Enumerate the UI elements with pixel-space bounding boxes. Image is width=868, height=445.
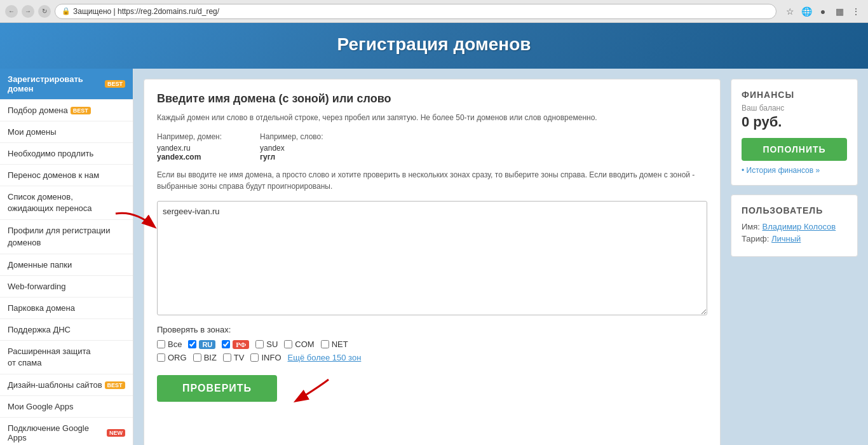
- bookmark-icon[interactable]: ☆: [783, 4, 797, 18]
- example-domain-val1: yandex.ru: [157, 144, 222, 153]
- sidebar: Зарегистрировать домен BEST Подбор домен…: [0, 69, 133, 445]
- examples-row: Например, домен: yandex.ru yandex.com На…: [157, 132, 707, 161]
- zone-info[interactable]: INFO: [250, 353, 281, 362]
- example-domain-col: Например, домен: yandex.ru yandex.com: [157, 132, 222, 161]
- secure-label: Защищено: [73, 7, 111, 16]
- sidebar-item-pending-list[interactable]: Список доменов, ожидающих переноса: [0, 186, 133, 220]
- zone-org[interactable]: ORG: [157, 353, 187, 362]
- zone-com[interactable]: COM: [284, 339, 314, 349]
- sidebar-item-google-apps-connect-label: Подключение Google Apps: [8, 423, 104, 442]
- example-word-val1: yandex: [260, 144, 323, 153]
- user-name-link[interactable]: Владимир Колосов: [763, 222, 836, 231]
- topup-button[interactable]: ПОПОЛНИТЬ: [742, 138, 847, 161]
- sidebar-item-pending-list-label2: ожидающих переноса: [8, 203, 125, 214]
- form-note: Если вы вводите не имя домена, а просто …: [157, 169, 707, 192]
- sidebar-item-google-apps-connect[interactable]: Подключение Google Apps NEW: [0, 418, 133, 445]
- badge-best-design: BEST: [105, 381, 125, 389]
- sidebar-item-profiles[interactable]: Профили для регистрации доменов: [0, 220, 133, 254]
- zone-all-label: Все: [168, 339, 182, 349]
- sidebar-item-dns[interactable]: Поддержка ДНС: [0, 319, 133, 341]
- sidebar-item-my-domains[interactable]: Мои домены: [0, 121, 133, 143]
- zone-tv-checkbox[interactable]: [223, 353, 231, 362]
- sidebar-item-parking[interactable]: Парковка домена: [0, 298, 133, 319]
- sidebar-item-folders[interactable]: Доменные папки: [0, 254, 133, 276]
- sidebar-item-pending-list-label1: Список доменов,: [8, 191, 125, 203]
- zone-net-checkbox[interactable]: [321, 340, 329, 348]
- globe-icon[interactable]: 🌐: [799, 4, 813, 18]
- balance-label: Ваш баланс: [742, 104, 847, 113]
- zone-org-label: ORG: [168, 353, 187, 362]
- zones-row-1: Все RU РФ SU: [157, 339, 707, 349]
- user-box: ПОЛЬЗОВАТЕЛЬ Имя: Владимир Колосов Тариф…: [731, 195, 858, 257]
- zone-tv-label: TV: [234, 353, 245, 362]
- zone-info-checkbox[interactable]: [250, 353, 259, 362]
- sidebar-item-spam-protect[interactable]: Расширенная защита от спама: [0, 341, 133, 374]
- zone-biz[interactable]: BIZ: [193, 353, 217, 362]
- zone-su-checkbox[interactable]: [255, 340, 264, 348]
- user-name-label: Имя:: [742, 222, 760, 231]
- site-header: Регистрация доменов: [0, 23, 868, 69]
- sidebar-item-register-domain-label: Зарегистрировать домен: [8, 74, 102, 93]
- zone-ru[interactable]: RU: [188, 340, 215, 349]
- zone-rf-checkbox[interactable]: [222, 340, 230, 348]
- submit-wrapper: ПРОВЕРИТЬ: [157, 366, 707, 402]
- forward-button[interactable]: →: [22, 5, 34, 18]
- page-title: Регистрация доменов: [0, 34, 868, 55]
- page-wrapper: Регистрация доменов Зарегистрировать дом…: [0, 23, 868, 445]
- form-area: Введите имя домена (с зоной) или слово К…: [144, 79, 721, 445]
- sidebar-item-spam-protect-label1: Расширенная защита: [8, 346, 125, 357]
- sidebar-item-google-apps[interactable]: Мои Google Apps: [0, 396, 133, 418]
- sidebar-item-webfwd[interactable]: Web-forwarding: [0, 276, 133, 298]
- zone-tv[interactable]: TV: [223, 353, 245, 362]
- user-tariff-link[interactable]: Личный: [771, 234, 801, 243]
- browser-icon-group: ☆ 🌐 ● ▦ ⋮: [783, 4, 863, 18]
- sidebar-item-profiles-label2: доменов: [8, 237, 125, 249]
- url-text: https://reg.2domains.ru/d_reg/: [118, 7, 219, 16]
- sidebar-item-transfer[interactable]: Перенос доменов к нам: [0, 165, 133, 186]
- zone-rf[interactable]: РФ: [222, 340, 249, 349]
- zone-all[interactable]: Все: [157, 339, 182, 349]
- example-word-val2: гугл: [260, 153, 323, 161]
- sidebar-item-parking-label: Парковка домена: [8, 303, 75, 313]
- zone-net[interactable]: NET: [321, 339, 348, 349]
- sidebar-item-renew-label: Необходимо продлить: [8, 149, 93, 158]
- ext-icon2[interactable]: ▦: [832, 4, 846, 18]
- sidebar-item-folders-label: Доменные папки: [8, 260, 72, 270]
- zone-all-checkbox[interactable]: [157, 340, 165, 348]
- zone-biz-checkbox[interactable]: [193, 353, 201, 362]
- zones-label: Проверять в зонах:: [157, 325, 707, 334]
- check-button[interactable]: ПРОВЕРИТЬ: [157, 375, 277, 402]
- sidebar-item-register-domain[interactable]: Зарегистрировать домен BEST: [0, 69, 133, 100]
- zone-ru-checkbox[interactable]: [188, 340, 196, 348]
- more-zones-link[interactable]: Ещё более 150 зон: [288, 353, 362, 362]
- zone-org-checkbox[interactable]: [157, 353, 165, 362]
- zone-net-label: NET: [332, 339, 348, 349]
- address-bar[interactable]: 🔒 Защищено | https://reg.2domains.ru/d_r…: [55, 4, 776, 19]
- main-content: Зарегистрировать домен BEST Подбор домен…: [0, 69, 868, 445]
- browser-chrome: ← → ↻ 🔒 Защищено | https://reg.2domains.…: [0, 0, 868, 23]
- zone-com-checkbox[interactable]: [284, 340, 292, 348]
- textarea-wrapper: sergeev-ivan.ru: [157, 201, 707, 317]
- zone-su[interactable]: SU: [255, 339, 278, 349]
- badge-new-google: NEW: [107, 429, 125, 437]
- ext-icon1[interactable]: ●: [816, 4, 830, 18]
- menu-icon[interactable]: ⋮: [849, 4, 863, 18]
- sidebar-item-renew[interactable]: Необходимо продлить: [0, 143, 133, 165]
- example-word-label: Например, слово:: [260, 132, 323, 141]
- sidebar-item-my-domains-label: Мои домены: [8, 127, 57, 137]
- zone-info-label: INFO: [261, 353, 281, 362]
- example-word-col: Например, слово: yandex гугл: [260, 132, 323, 161]
- reload-button[interactable]: ↻: [38, 5, 51, 18]
- finance-box: ФИНАНСЫ Ваш баланс 0 руб. ПОПОЛНИТЬ • Ис…: [731, 79, 858, 186]
- sidebar-item-pick-domain[interactable]: Подбор домена BEST: [0, 100, 133, 121]
- example-domain-label: Например, домен:: [157, 132, 222, 141]
- zone-com-label: COM: [295, 339, 314, 349]
- sidebar-item-design[interactable]: Дизайн-шаблоны сайтов BEST: [0, 374, 133, 396]
- sidebar-item-design-label: Дизайн-шаблоны сайтов: [8, 380, 102, 390]
- history-link[interactable]: • История финансов »: [742, 166, 847, 175]
- back-button[interactable]: ←: [5, 5, 18, 18]
- example-domain-val2: yandex.com: [157, 153, 222, 161]
- domain-textarea[interactable]: sergeev-ivan.ru: [157, 201, 707, 315]
- badge-best-register: BEST: [105, 80, 125, 88]
- sidebar-item-transfer-label: Перенос доменов к нам: [8, 170, 99, 180]
